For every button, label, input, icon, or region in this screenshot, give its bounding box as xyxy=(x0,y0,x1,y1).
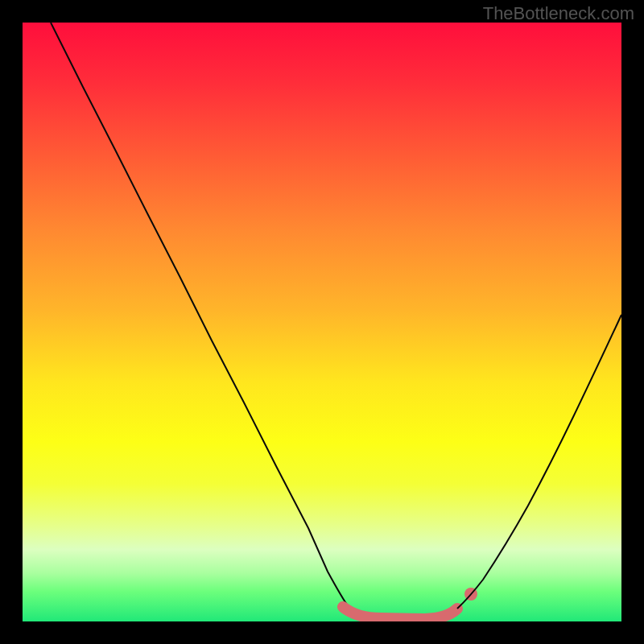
right-branch-curve xyxy=(457,315,621,609)
curve-overlay xyxy=(23,23,621,621)
trough-highlight xyxy=(343,607,457,619)
watermark-text: TheBottleneck.com xyxy=(483,3,634,24)
left-branch-curve xyxy=(51,23,349,607)
chart-area xyxy=(23,23,621,621)
